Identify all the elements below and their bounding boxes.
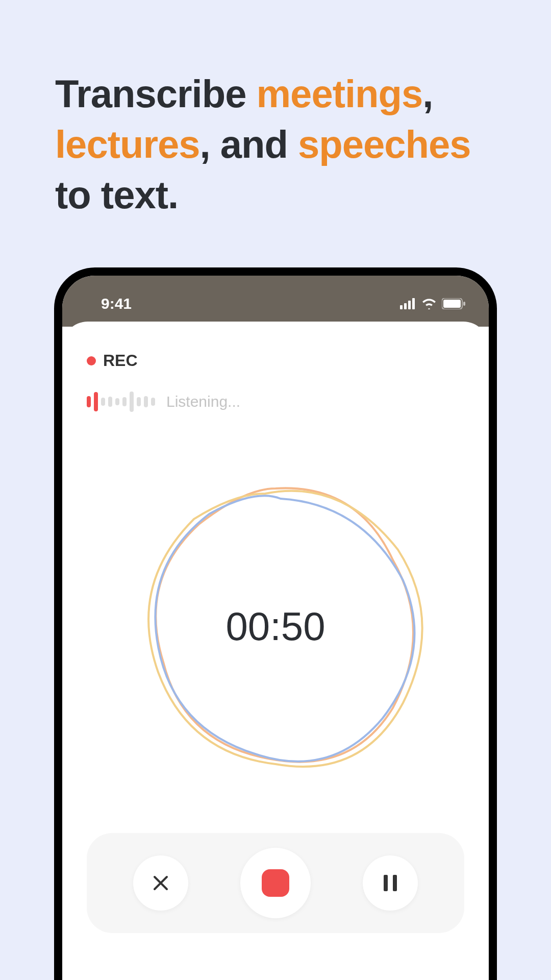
svg-rect-5 [443,300,461,308]
controls-bar [87,833,464,933]
battery-icon [442,298,465,309]
headline-part3: , and [200,122,298,166]
svg-rect-6 [463,302,465,306]
headline-highlight1: meetings [257,72,423,115]
timer-text: 00:50 [226,603,325,650]
svg-rect-1 [404,303,407,309]
status-icons [400,298,465,309]
waveform-icon [87,391,155,412]
headline-highlight2: lectures [55,122,200,166]
headline-highlight3: speeches [298,122,470,166]
cancel-button[interactable] [133,855,188,911]
rec-dot-icon [87,356,96,365]
pause-icon [382,873,399,893]
svg-rect-2 [408,301,411,309]
listening-status: Listening... [166,393,240,410]
svg-rect-7 [384,875,388,891]
svg-rect-3 [412,298,415,309]
svg-rect-8 [393,875,397,891]
phone-frame: 9:41 REC [54,267,497,980]
headline-part1: Transcribe [55,72,257,115]
rec-indicator: REC [87,351,464,370]
svg-rect-0 [400,305,403,309]
headline-part4: to text. [55,173,178,216]
rec-label: REC [103,351,138,370]
pause-button[interactable] [363,855,418,911]
close-icon [151,873,171,893]
headline: Transcribe meetings, lectures, and speec… [55,69,496,220]
stop-button[interactable] [240,848,311,918]
status-time: 9:41 [101,295,132,312]
stop-icon [262,869,289,897]
content-area: REC Listening... [62,322,489,980]
headline-part2: , [422,72,433,115]
listening-row: Listening... [87,391,464,412]
status-bar: 9:41 [62,276,489,327]
timer-container: 00:50 [117,468,434,785]
wifi-icon [421,298,437,309]
cellular-icon [400,298,416,309]
phone-inner: 9:41 REC [62,276,489,980]
